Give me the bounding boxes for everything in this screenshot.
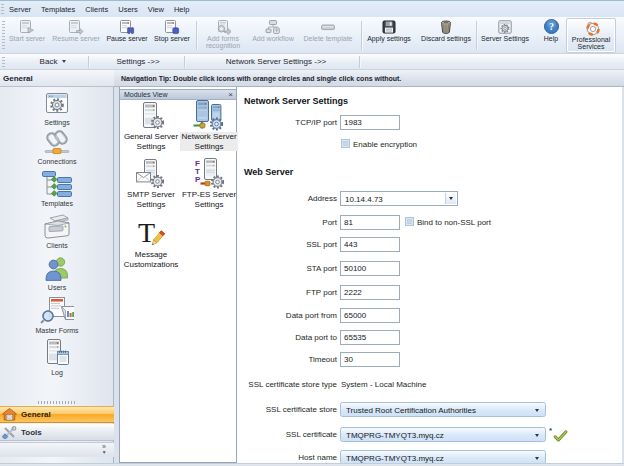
breadcrumb-separator <box>88 56 89 68</box>
ssl-store-type-label: SSL certificate store type <box>243 380 337 389</box>
menu-server[interactable]: Server <box>4 3 36 16</box>
connections-icon <box>0 130 114 157</box>
sidebar-item-settings-label: Settings <box>0 119 114 126</box>
discard-settings-label: Discard settings <box>419 36 473 43</box>
pause-server-button[interactable]: Pause server <box>105 18 149 53</box>
start-server-button[interactable]: Start server <box>5 18 49 53</box>
port-label: Port <box>243 218 337 227</box>
svg-text:?: ? <box>549 21 554 32</box>
sidebar-item-log[interactable]: Log <box>0 338 114 376</box>
sidebar-group-general-label: General <box>21 410 51 419</box>
professional-services-icon <box>567 19 615 36</box>
timeout-input[interactable] <box>340 352 400 367</box>
add-forms-recognition-button[interactable]: Add forms recognition <box>200 18 246 53</box>
sidebar-item-master-forms[interactable]: Master Forms <box>0 296 114 334</box>
stop-server-icon <box>151 18 193 35</box>
menu-view[interactable]: View <box>143 3 169 16</box>
ssl-certificate-value: TMQPRG-TMYQT3.myq.cz <box>346 431 444 440</box>
pause-server-icon <box>105 18 149 35</box>
menu-help[interactable]: Help <box>169 3 194 16</box>
sidebar-item-clients[interactable]: Clients <box>0 212 114 249</box>
dropdown-arrow-icon <box>449 197 453 200</box>
ssl-store-value: Trusted Root Certification Authorities <box>346 406 476 415</box>
navigation-tip-bar: Navigation Tip: Double click icons with … <box>114 70 624 87</box>
sidebar-item-settings[interactable]: Settings <box>0 92 114 126</box>
server-settings-icon <box>479 18 531 35</box>
resume-server-label: Resume server <box>52 36 100 43</box>
breadcrumb-settings[interactable]: Settings ->> <box>92 54 184 69</box>
professional-services-button[interactable]: Professional Services <box>566 18 616 53</box>
start-server-label: Start server <box>5 36 49 43</box>
header-row: General Navigation Tip: Double click ico… <box>0 70 624 87</box>
users-icon <box>0 255 114 283</box>
port-input[interactable] <box>340 215 400 230</box>
ftp-port-input[interactable] <box>340 285 400 300</box>
back-button[interactable]: Back <box>24 54 82 69</box>
host-name-value: TMQPRG-TMYQT3.myq.cz <box>346 454 444 463</box>
add-forms-recognition-label: Add forms recognition <box>200 36 246 50</box>
sidebar-group-general[interactable]: General <box>0 406 114 423</box>
ssl-store-dropdown[interactable]: Trusted Root Certification Authorities <box>340 402 546 417</box>
breadcrumb-network-label: Network Server Settings ->> <box>226 57 326 66</box>
application-window: Server Templates Clients Users View Help… <box>0 0 624 466</box>
sidebar-item-connections-label: Connections <box>0 158 114 165</box>
sidebar-group-tools[interactable]: Tools <box>0 424 114 441</box>
breadcrumb-network-server-settings[interactable]: Network Server Settings ->> <box>192 54 360 69</box>
dropdown-arrow-icon <box>535 457 539 460</box>
sidebar-resize-grip[interactable] <box>38 401 76 404</box>
help-button[interactable]: ? Help <box>538 18 564 53</box>
certificate-valid-check-icon <box>553 429 569 443</box>
address-value: 10.14.4.73 <box>345 195 383 204</box>
breadcrumb-grip[interactable] <box>2 57 5 67</box>
discard-settings-button[interactable]: Discard settings <box>419 18 473 53</box>
sidebar-item-clients-label: Clients <box>0 242 114 249</box>
sidebar-header-title: General <box>3 74 33 83</box>
menu-users[interactable]: Users <box>113 3 143 16</box>
server-settings-label: Server Settings <box>479 36 531 43</box>
bind-non-ssl-checkbox[interactable] <box>405 217 414 226</box>
data-port-to-input[interactable] <box>340 330 400 345</box>
data-port-from-input[interactable] <box>340 308 400 323</box>
sidebar-item-templates[interactable]: Templates <box>0 170 114 207</box>
menu-clients[interactable]: Clients <box>80 3 113 16</box>
resume-server-button[interactable]: Resume server <box>52 18 100 53</box>
sta-port-label: STA port <box>243 264 337 273</box>
toolbar-separator <box>361 21 362 50</box>
delete-template-button[interactable]: Delete template <box>301 18 355 53</box>
address-dropdown-button[interactable] <box>445 193 456 204</box>
sidebar-header: General <box>0 70 114 87</box>
server-settings-button[interactable]: Server Settings <box>479 18 531 53</box>
menu-templates[interactable]: Templates <box>36 3 80 16</box>
apply-settings-button[interactable]: Apply settings <box>364 18 414 53</box>
sta-port-input[interactable] <box>340 261 400 276</box>
back-dropdown-icon <box>62 60 66 63</box>
delete-template-label: Delete template <box>301 36 355 43</box>
clients-icon <box>0 212 114 241</box>
ssl-port-input[interactable] <box>340 237 400 252</box>
ftp-port-label: FTP port <box>243 288 337 297</box>
settings-icon <box>0 92 114 118</box>
enable-encryption-checkbox[interactable] <box>341 139 350 148</box>
templates-icon <box>0 170 114 199</box>
apply-settings-label: Apply settings <box>364 36 414 43</box>
resume-server-icon <box>52 18 100 35</box>
required-mark: * <box>549 426 552 435</box>
address-combobox[interactable]: 10.14.4.73 <box>340 191 458 206</box>
sidebar-overflow-bar[interactable]: » ▾ <box>0 442 114 457</box>
sidebar-item-connections[interactable]: Connections <box>0 130 114 165</box>
sidebar-group-tools-label: Tools <box>21 428 42 437</box>
add-workflow-button[interactable]: Add workflow <box>249 18 297 53</box>
sidebar-item-users[interactable]: Users <box>0 255 114 291</box>
pause-server-label: Pause server <box>105 36 149 43</box>
sidebar-item-users-label: Users <box>0 284 114 291</box>
professional-services-label: Professional Services <box>567 37 615 51</box>
dropdown-arrow-icon <box>535 409 539 412</box>
toolbar: Start server Resume server <box>0 17 624 54</box>
stop-server-button[interactable]: Stop server <box>151 18 193 53</box>
ssl-certificate-dropdown[interactable]: TMQPRG-TMYQT3.myq.cz <box>340 427 546 442</box>
navigation-tip-text: Navigation Tip: Double click icons with … <box>121 75 401 82</box>
menu-bar: Server Templates Clients Users View Help <box>0 0 624 17</box>
data-port-to-label: Data port to <box>243 333 337 342</box>
tcpip-port-input[interactable] <box>340 115 400 130</box>
discard-settings-icon <box>419 18 473 35</box>
